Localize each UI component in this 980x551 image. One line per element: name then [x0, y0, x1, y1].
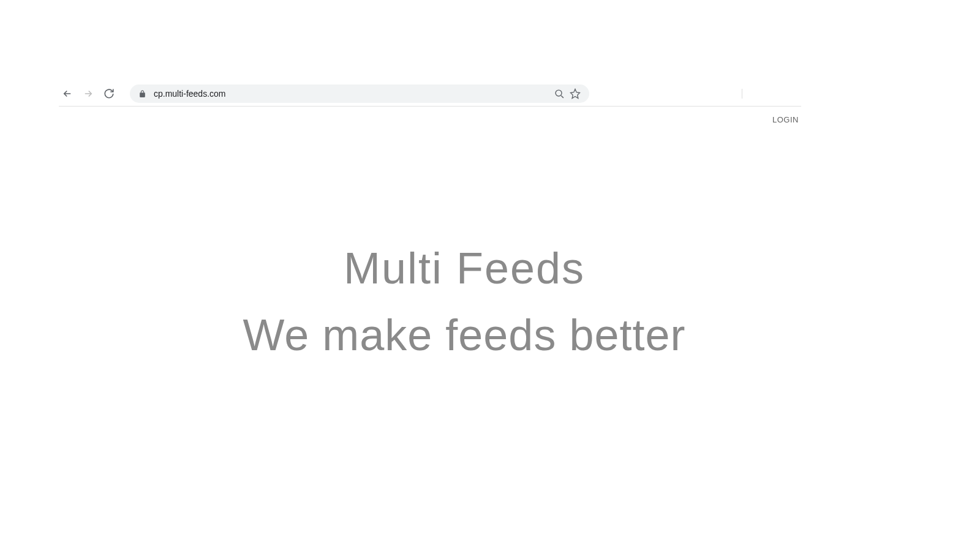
reload-button[interactable] — [100, 85, 118, 102]
forward-button[interactable] — [80, 85, 97, 102]
arrow-left-icon — [62, 88, 73, 99]
hero-title: Multi Feeds — [59, 242, 870, 294]
hero-subtitle: We make feeds better — [59, 307, 870, 364]
browser-toolbar — [59, 84, 802, 103]
page-header: LOGIN — [772, 114, 799, 125]
login-link[interactable]: LOGIN — [772, 115, 799, 124]
vertical-divider — [742, 89, 742, 99]
lock-icon — [138, 90, 146, 98]
bookmark-star-icon[interactable] — [570, 88, 581, 99]
toolbar-divider — [59, 106, 801, 107]
zoom-icon[interactable] — [554, 89, 565, 99]
reload-icon — [104, 88, 115, 99]
hero-section: Multi Feeds We make feeds better — [0, 242, 980, 364]
browser-chrome — [0, 0, 980, 107]
svg-point-0 — [556, 90, 562, 96]
url-input[interactable] — [154, 89, 549, 99]
arrow-right-icon — [83, 88, 94, 99]
back-button[interactable] — [59, 85, 76, 102]
address-bar[interactable] — [130, 84, 589, 103]
